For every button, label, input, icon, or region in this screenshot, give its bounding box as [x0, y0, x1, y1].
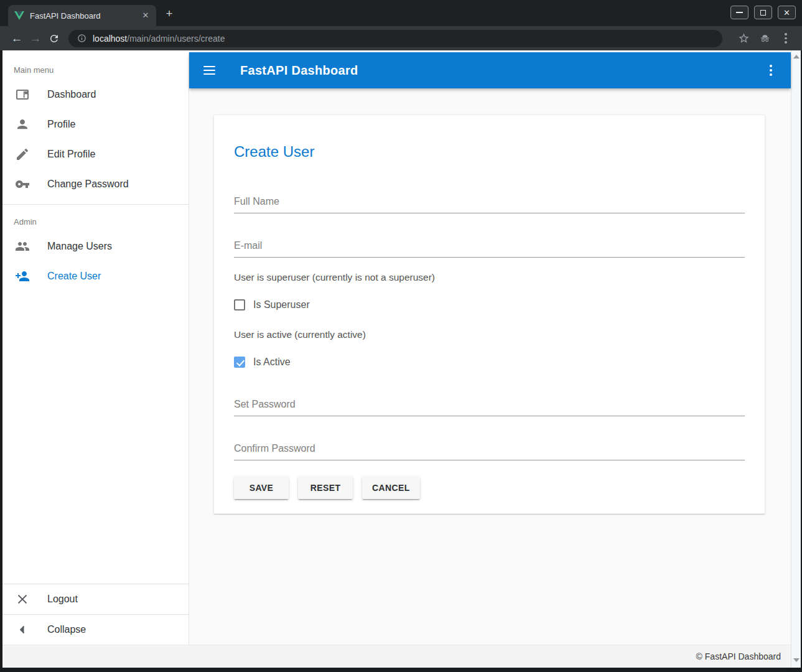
scroll-up-icon[interactable] [793, 55, 800, 58]
close-window-button[interactable]: ✕ [778, 6, 796, 19]
app-bar: FastAPI Dashboard [189, 52, 791, 88]
url-text: localhost/main/admin/users/create [93, 34, 225, 44]
email-field[interactable] [234, 240, 745, 258]
full-name-field[interactable] [234, 196, 745, 213]
sidebar-item-logout[interactable]: Logout [2, 584, 189, 614]
sidebar-item-label: Logout [47, 594, 78, 605]
key-icon [15, 177, 30, 192]
app-title: FastAPI Dashboard [240, 63, 767, 78]
sidebar-section-admin: Admin [2, 210, 189, 231]
person-add-icon [15, 269, 30, 284]
browser-tab[interactable]: FastAPI Dashboard ✕ [8, 5, 156, 26]
is-active-checkbox[interactable] [234, 357, 245, 368]
confirm-password-field[interactable] [234, 443, 745, 460]
sidebar-item-label: Edit Profile [47, 149, 95, 160]
sidebar-item-create-user[interactable]: Create User [2, 261, 189, 291]
main-area: FastAPI Dashboard Create User User is su… [189, 52, 791, 645]
sidebar-divider [2, 204, 189, 205]
sidebar-item-label: Profile [47, 119, 75, 130]
hamburger-menu-icon[interactable] [203, 63, 218, 78]
dashboard-icon [15, 87, 30, 102]
save-button[interactable]: SAVE [234, 477, 289, 499]
sidebar-item-label: Manage Users [47, 241, 112, 252]
vue-logo-icon [14, 11, 24, 21]
browser-toolbar: ← → localhost/main/admin/users/create [0, 26, 802, 50]
bookmark-star-button[interactable] [735, 30, 752, 47]
tab-strip: FastAPI Dashboard ✕ + ✕ [0, 0, 802, 26]
is-superuser-checkbox[interactable] [234, 299, 245, 310]
sidebar-item-profile[interactable]: Profile [2, 110, 189, 139]
info-icon [77, 34, 86, 43]
superuser-hint: User is superuser (currently is not a su… [234, 272, 745, 283]
new-tab-button[interactable]: + [161, 6, 177, 22]
sidebar-item-manage-users[interactable]: Manage Users [2, 231, 189, 261]
active-hint: User is active (currently active) [234, 329, 745, 340]
maximize-button[interactable] [754, 6, 772, 19]
sidebar-item-label: Collapse [47, 624, 86, 635]
is-active-checkbox-row[interactable]: Is Active [234, 357, 745, 368]
sidebar-item-label: Create User [47, 271, 101, 282]
reload-button[interactable] [45, 29, 63, 48]
tab-title: FastAPI Dashboard [30, 11, 140, 21]
sidebar-item-collapse[interactable]: Collapse [2, 615, 189, 645]
checkbox-label: Is Active [253, 357, 291, 368]
copyright-text: © FastAPI Dashboard [696, 651, 781, 661]
sidebar: Main menu Dashboard Profile Edit Profile [2, 52, 189, 645]
sidebar-item-change-password[interactable]: Change Password [2, 169, 189, 199]
maximize-icon [760, 10, 766, 16]
page-title: Create User [234, 115, 745, 161]
checkbox-label: Is Superuser [253, 299, 310, 310]
incognito-indicator [756, 30, 773, 47]
sidebar-section-main-menu: Main menu [2, 52, 189, 80]
person-icon [15, 117, 30, 132]
sidebar-item-label: Dashboard [47, 89, 96, 100]
page-viewport: Main menu Dashboard Profile Edit Profile [2, 50, 801, 668]
pencil-icon [15, 147, 30, 162]
content-area: Create User User is superuser (currently… [189, 88, 791, 645]
close-x-icon [15, 592, 30, 607]
back-button[interactable]: ← [7, 29, 26, 48]
tab-close-icon[interactable]: ✕ [140, 10, 151, 21]
vertical-scrollbar[interactable] [791, 50, 801, 668]
page-footer: © FastAPI Dashboard [2, 645, 791, 668]
minimize-button[interactable] [730, 6, 748, 19]
kebab-menu-icon [785, 33, 786, 43]
browser-menu-button[interactable] [777, 30, 795, 47]
star-icon [738, 32, 750, 44]
incognito-icon [759, 32, 771, 44]
close-window-icon: ✕ [783, 9, 790, 17]
scroll-down-icon[interactable] [793, 658, 800, 662]
is-superuser-checkbox-row[interactable]: Is Superuser [234, 299, 745, 310]
url-host: localhost [93, 34, 127, 44]
people-icon [15, 239, 30, 254]
forward-button[interactable]: → [26, 29, 45, 48]
appbar-menu-button[interactable] [767, 62, 775, 79]
reload-icon [49, 33, 60, 44]
sidebar-item-edit-profile[interactable]: Edit Profile [2, 139, 189, 169]
chevron-left-icon [15, 622, 30, 637]
browser-window: FastAPI Dashboard ✕ + ✕ ← → localhost/ma… [0, 0, 802, 672]
address-bar[interactable]: localhost/main/admin/users/create [68, 30, 722, 47]
set-password-field[interactable] [234, 399, 745, 416]
sidebar-item-dashboard[interactable]: Dashboard [2, 80, 189, 110]
create-user-card: Create User User is superuser (currently… [213, 114, 765, 514]
sidebar-item-label: Change Password [47, 179, 129, 190]
reset-button[interactable]: RESET [298, 477, 353, 499]
url-path: /main/admin/users/create [127, 34, 225, 44]
minimize-icon [736, 12, 743, 13]
cancel-button[interactable]: CANCEL [362, 477, 420, 499]
